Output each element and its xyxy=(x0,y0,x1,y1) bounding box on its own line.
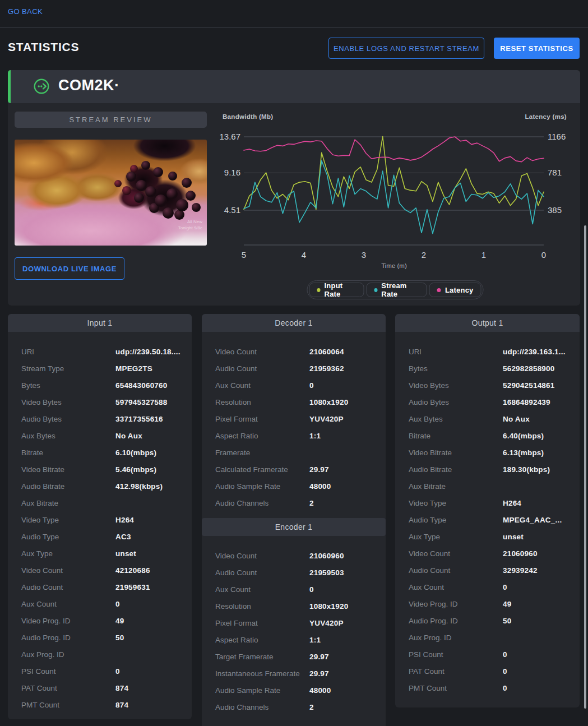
stat-label: Audio Bitrate xyxy=(21,482,115,491)
stat-value: 21060960 xyxy=(309,552,344,560)
bandwidth-latency-chart: Bandwidth (Mb) Latency (ms) 13.67 9.16 4… xyxy=(219,112,572,303)
right-axis-tick: 781 xyxy=(548,168,562,177)
decoder-panel: Decoder 1 Video Count21060064Audio Count… xyxy=(202,314,386,726)
stat-value: MPEG4_AAC_... xyxy=(503,516,562,524)
stat-row: Audio Channels2 xyxy=(202,699,386,715)
stat-row: PAT Count874 xyxy=(8,679,192,696)
stat-row: Audio TypeAC3 xyxy=(8,528,192,545)
stat-row: Audio TypeMPEG4_AAC_... xyxy=(395,511,580,528)
stat-label: Aux Bitrate xyxy=(409,482,503,491)
stat-row: Resolution1080x1920 xyxy=(202,598,386,614)
stat-label: Stream Type xyxy=(21,364,115,373)
berry-shape xyxy=(153,167,163,177)
stat-label: PSI Count xyxy=(21,667,115,676)
stat-label: Aux Bitrate xyxy=(21,499,115,507)
stat-row: Audio Count32939242 xyxy=(395,562,580,579)
stat-value: 654843060760 xyxy=(115,381,168,390)
stat-value: 5.46(mbps) xyxy=(115,465,156,474)
enable-logs-button[interactable]: ENABLE LOGS AND RESTART STREAM xyxy=(328,38,484,59)
stat-row: Audio Prog. ID50 xyxy=(8,629,192,646)
stat-label: Pixel Format xyxy=(215,415,309,423)
stat-value: 21959631 xyxy=(115,583,150,591)
stat-label: Audio Count xyxy=(409,566,503,575)
stat-row: Aux Prog. ID xyxy=(395,629,580,646)
legend-item-latency[interactable]: Latency xyxy=(429,283,481,297)
stat-row: Aux Count0 xyxy=(202,581,386,598)
stat-label: Instantaneous Framerate xyxy=(215,669,309,678)
stat-row: Aux Typeunset xyxy=(395,528,580,545)
stat-row: Audio Channels2 xyxy=(202,494,386,511)
stat-value: 0 xyxy=(503,650,507,659)
legend-item-input-rate[interactable]: Input Rate xyxy=(309,283,364,297)
stat-label: Bytes xyxy=(21,381,115,390)
stat-value: 562982858900 xyxy=(503,364,555,373)
stat-value: No Aux xyxy=(503,415,530,423)
stat-label: Aux Count xyxy=(215,381,309,390)
stream-card-header: COM2K· xyxy=(8,70,580,103)
reset-statistics-button[interactable]: RESET STATISTICS xyxy=(494,38,580,59)
stat-value: 42120686 xyxy=(115,566,150,575)
input-rows: URludp://239.50.18....Stream TypeMPEG2TS… xyxy=(8,343,192,713)
stat-value: 0 xyxy=(503,583,507,591)
stat-value: YUV420P xyxy=(309,415,344,423)
legend-item-stream-rate[interactable]: Stream Rate xyxy=(366,283,427,297)
stat-row: Audio Bytes16864892439 xyxy=(395,394,580,410)
berry-shape xyxy=(141,161,150,170)
legend-label: Latency xyxy=(445,286,474,294)
x-axis-tick: 4 xyxy=(293,250,315,260)
stat-label: Calculated Framerate xyxy=(215,465,309,474)
stream-card: COM2K· STREAM REVIEW All New Tonight 9/8… xyxy=(8,70,580,306)
stat-label: Aux Count xyxy=(215,585,309,594)
berry-shape xyxy=(134,193,144,203)
stat-value: unset xyxy=(503,533,524,541)
stat-label: Video Bitrate xyxy=(409,448,503,457)
encoder-panel-header: Encoder 1 xyxy=(202,518,386,536)
stat-value: 0 xyxy=(309,381,314,390)
left-axis-tick: 4.51 xyxy=(219,205,240,215)
stat-value: 529042514861 xyxy=(503,381,555,390)
berry-shape xyxy=(192,203,201,212)
thumbnail-watermark: All New Tonight 9/8c xyxy=(178,219,202,231)
stat-value: 49 xyxy=(503,600,511,608)
live-stream-thumbnail: All New Tonight 9/8c xyxy=(15,140,207,246)
x-axis-tick: 2 xyxy=(413,250,435,260)
stat-row: Audio Count21959362 xyxy=(202,360,386,377)
stat-value: 21060064 xyxy=(309,348,344,356)
stat-row: PSI Count0 xyxy=(395,646,580,663)
stat-label: Aspect Ratio xyxy=(215,636,309,644)
stat-row: PSI Count0 xyxy=(8,663,192,679)
stat-value: 0 xyxy=(309,585,314,594)
stat-row: Video Prog. ID49 xyxy=(8,612,192,629)
stat-label: Audio Bytes xyxy=(409,398,503,406)
stat-row: Audio Count21959631 xyxy=(8,579,192,595)
stat-value: 2 xyxy=(309,703,314,711)
stat-label: Aux Prog. ID xyxy=(409,633,503,642)
stat-row: Aux Count0 xyxy=(202,377,386,394)
stat-value: H264 xyxy=(503,499,521,507)
stat-row: Audio Bitrate412.98(kbps) xyxy=(8,478,192,494)
x-axis-tick: 1 xyxy=(473,250,495,260)
stat-label: Aux Type xyxy=(409,533,503,541)
stat-row: PMT Count874 xyxy=(8,696,192,713)
download-live-image-button[interactable]: DOWNLOAD LIVE IMAGE xyxy=(15,257,124,280)
chart-legend: Input Rate Stream Rate Latency xyxy=(307,280,484,299)
stat-label: Audio Count xyxy=(21,583,115,591)
x-axis-label: Time (m) xyxy=(360,262,428,269)
stat-row: Framerate xyxy=(202,444,386,461)
brand-name: COM2K· xyxy=(58,77,120,94)
stat-label: Video Count xyxy=(409,549,503,558)
stream-rate-dot-icon xyxy=(374,288,377,292)
stat-label: Audio Sample Rate xyxy=(215,482,309,491)
stat-label: Aux Bytes xyxy=(409,415,503,423)
stat-value: 48000 xyxy=(309,686,331,695)
stat-label: Bitrate xyxy=(21,448,115,457)
decoder-rows: Video Count21060064Audio Count21959362Au… xyxy=(202,343,386,511)
stat-label: Resolution xyxy=(215,602,309,611)
x-axis-tick: 0 xyxy=(533,250,555,260)
input-rate-dot-icon xyxy=(317,288,321,292)
stat-row: Audio Sample Rate48000 xyxy=(202,478,386,494)
stat-value: 29.97 xyxy=(309,653,329,661)
scrollbar-thumb[interactable] xyxy=(584,225,586,709)
x-axis-tick: 3 xyxy=(353,250,375,260)
go-back-link[interactable]: GO BACK xyxy=(8,7,43,16)
